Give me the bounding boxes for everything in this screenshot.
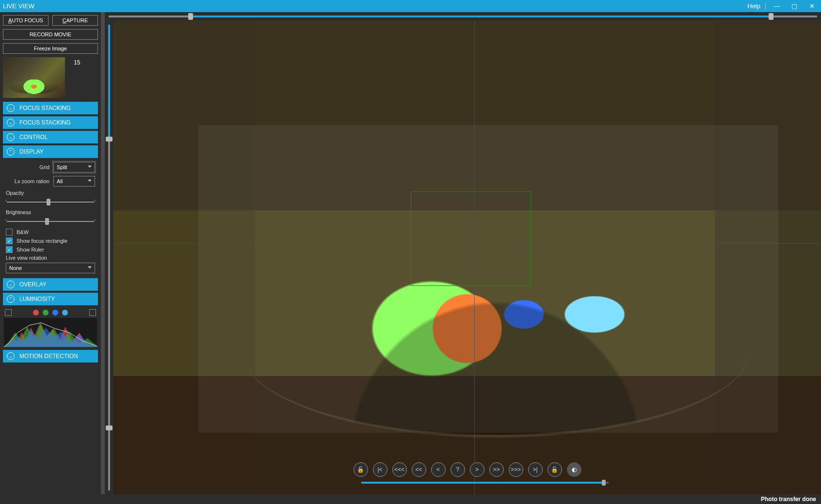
lock-icon: 🔓 — [551, 466, 558, 473]
capture-count: 15 — [70, 57, 84, 68]
chevron-up-icon: ⌃ — [7, 295, 15, 303]
rotation-select[interactable]: None — [6, 263, 95, 273]
chevron-down-icon: ⌄ — [7, 133, 15, 141]
panel-focus-stacking-1[interactable]: ⌄ FOCUS STACKING — [3, 102, 98, 114]
channel-dot-3[interactable] — [62, 310, 68, 315]
panel-luminosity[interactable]: ⌃ LUMINOSITY — [3, 293, 98, 305]
titlebar: LIVE VIEW Help — ▢ ✕ — [0, 0, 821, 12]
focus-forward-3-button[interactable]: >>> — [509, 462, 523, 477]
top-ruler-handle-right[interactable] — [769, 13, 773, 20]
status-bar: Photo transfer done — [0, 494, 821, 504]
sidebar-splitter[interactable] — [101, 12, 105, 494]
auto-focus-button[interactable]: AUTO FOCUS — [3, 15, 48, 26]
panel-control[interactable]: ⌄ CONTROL — [3, 131, 98, 143]
show-focus-rect-checkbox[interactable]: ✓Show focus rectangle — [6, 237, 95, 244]
live-view-area: 🔓 |< <<< << < ? > >> >>> >| 🔓 ◐ — [105, 12, 821, 494]
opacity-slider[interactable] — [6, 198, 95, 206]
top-ruler-handle-left[interactable] — [188, 13, 193, 20]
focus-progress-handle[interactable] — [602, 480, 606, 486]
focus-rectangle[interactable] — [411, 191, 531, 286]
chevron-down-icon: ⌄ — [7, 352, 15, 360]
status-text: Photo transfer done — [761, 496, 816, 503]
focus-forward-1-button[interactable]: > — [470, 462, 484, 477]
zoom-select[interactable]: All — [53, 176, 95, 187]
channel-dot-2[interactable] — [52, 310, 58, 315]
freeze-image-button[interactable]: Freeze Image — [3, 43, 98, 54]
live-view-canvas[interactable]: 🔓 |< <<< << < ? > >> >>> >| 🔓 ◐ — [113, 21, 821, 494]
sidebar: AUTO FOCUS CAPTURE RECORD MOVIE Freeze I… — [0, 12, 101, 494]
grid-select[interactable]: Split — [53, 162, 95, 173]
lock-near-button[interactable]: 🔓 — [354, 462, 368, 477]
opacity-label: Opacity — [6, 190, 95, 196]
left-ruler[interactable] — [105, 21, 113, 494]
bw-checkbox[interactable]: B&W — [6, 229, 95, 236]
brightness-slider[interactable] — [6, 217, 95, 226]
close-button[interactable]: ✕ — [805, 2, 818, 10]
chevron-up-icon: ⌃ — [7, 148, 15, 156]
channel-dot-1[interactable] — [43, 310, 48, 315]
brightness-label: Brightness — [6, 209, 95, 215]
display-panel-body: Grid Split Lv zoom ration All Opacity Br… — [3, 160, 98, 278]
focus-last-button[interactable]: >| — [528, 462, 543, 477]
grid-label: Grid — [6, 164, 49, 170]
focus-rewind-1-button[interactable]: < — [431, 462, 446, 477]
channel-dot-0[interactable] — [33, 310, 39, 315]
luminosity-checkbox-right[interactable] — [89, 309, 96, 316]
record-movie-button[interactable]: RECORD MOVIE — [3, 29, 98, 40]
lock-far-button[interactable]: 🔓 — [547, 462, 562, 477]
histogram — [4, 318, 97, 347]
help-link[interactable]: Help — [747, 2, 760, 10]
panel-motion-detection[interactable]: ⌄ MOTION DETECTION — [3, 350, 98, 362]
left-ruler-handle-top[interactable] — [106, 137, 113, 142]
focus-rewind-2-button[interactable]: << — [412, 462, 426, 477]
window-title: LIVE VIEW — [3, 2, 34, 10]
focus-progress[interactable] — [361, 482, 609, 484]
rotation-label: Live view rotation — [6, 255, 95, 261]
show-ruler-checkbox[interactable]: ✓Show Ruler — [6, 246, 95, 253]
luminosity-panel-body — [3, 307, 98, 350]
capture-button[interactable]: CAPTURE — [52, 15, 98, 26]
contrast-toggle-button[interactable]: ◐ — [567, 462, 581, 477]
focus-help-button[interactable]: ? — [451, 462, 465, 477]
maximize-button[interactable]: ▢ — [788, 2, 801, 10]
minimize-button[interactable]: — — [771, 2, 783, 10]
capture-thumbnail[interactable] — [3, 57, 65, 98]
panel-overlay[interactable]: ⌄ OVERLAY — [3, 278, 98, 291]
chevron-down-icon: ⌄ — [7, 104, 15, 112]
lock-icon: 🔓 — [357, 466, 364, 473]
panel-display[interactable]: ⌃ DISPLAY — [3, 145, 98, 158]
focus-rewind-3-button[interactable]: <<< — [392, 462, 407, 477]
chevron-down-icon: ⌄ — [7, 119, 15, 126]
focus-first-button[interactable]: |< — [373, 462, 387, 477]
zoom-label: Lv zoom ration — [6, 178, 49, 184]
divider — [765, 3, 766, 10]
chevron-down-icon: ⌄ — [7, 281, 15, 288]
focus-forward-2-button[interactable]: >> — [489, 462, 504, 477]
luminosity-checkbox-left[interactable] — [5, 309, 12, 316]
top-ruler[interactable] — [105, 12, 821, 21]
focus-nav-bar: 🔓 |< <<< << < ? > >> >>> >| 🔓 ◐ — [113, 459, 821, 480]
contrast-icon: ◐ — [572, 466, 577, 473]
panel-focus-stacking-2[interactable]: ⌄ FOCUS STACKING — [3, 116, 98, 129]
left-ruler-handle-bottom[interactable] — [106, 425, 113, 430]
